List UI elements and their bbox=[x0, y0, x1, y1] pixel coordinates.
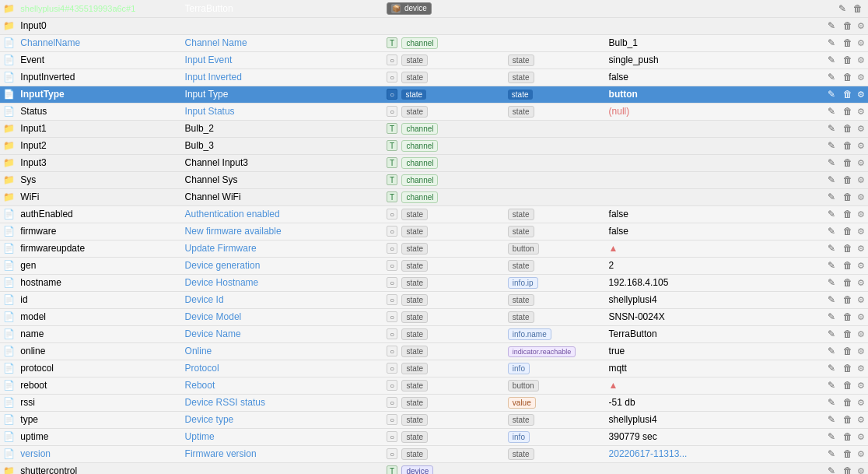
edit-button[interactable]: ✎ bbox=[825, 37, 838, 49]
delete-button[interactable]: 🗑 bbox=[841, 379, 855, 391]
table-row: 📄 uptime Uptime ○ state info 390779 sec … bbox=[0, 428, 868, 445]
gear-icon: ⚙ bbox=[857, 90, 865, 99]
edit-button[interactable]: ✎ bbox=[825, 19, 838, 32]
edit-button[interactable]: ✎ bbox=[825, 448, 838, 460]
delete-button[interactable]: 🗑 bbox=[841, 174, 855, 186]
edit-button[interactable]: ✎ bbox=[825, 345, 838, 357]
row-label: Device Model bbox=[185, 311, 242, 322]
type-badge: device bbox=[401, 465, 433, 475]
edit-button[interactable]: ✎ bbox=[825, 430, 838, 443]
edit-button[interactable]: ✎ bbox=[825, 174, 838, 186]
delete-button[interactable]: 🗑 bbox=[841, 88, 855, 100]
role-badge: state bbox=[508, 260, 534, 272]
edit-button[interactable]: ✎ bbox=[825, 396, 838, 409]
row-name-cell: 📄 InputType bbox=[0, 86, 182, 103]
edit-button[interactable]: ✎ bbox=[825, 379, 838, 391]
row-value: ▲ bbox=[609, 243, 618, 254]
delete-button[interactable]: 🗑 bbox=[841, 156, 855, 169]
row-label-cell: Authentication enabled bbox=[182, 205, 384, 223]
delete-button[interactable]: 🗑 bbox=[841, 71, 855, 83]
row-actions-cell: ✎ 🗑 ⚙ bbox=[807, 86, 868, 103]
table-row: 📁 Input1 Bulb_2 T channel ✎ 🗑 ⚙ bbox=[0, 120, 868, 137]
row-label: Device Id bbox=[185, 294, 224, 305]
row-type-cell: ○ state bbox=[383, 223, 505, 240]
row-actions-cell: ✎ 🗑 ⚙ bbox=[807, 360, 868, 377]
type-badge: channel bbox=[401, 37, 438, 49]
edit-button[interactable]: ✎ bbox=[825, 242, 838, 255]
folder-icon: 📁 bbox=[3, 174, 15, 185]
edit-button[interactable]: ✎ bbox=[825, 54, 838, 66]
table-row: 📄 name Device Name ○ state info.name Ter… bbox=[0, 325, 868, 342]
delete-button[interactable]: 🗑 bbox=[841, 139, 855, 152]
row-name: Sys bbox=[20, 174, 36, 185]
delete-button[interactable]: 🗑 bbox=[841, 37, 855, 49]
row-name-cell: 📄 hostname bbox=[0, 274, 182, 291]
header-delete-button[interactable]: 🗑 bbox=[851, 2, 865, 15]
row-actions-cell: ✎ 🗑 ⚙ bbox=[807, 68, 868, 86]
file-icon: 📄 bbox=[3, 448, 15, 459]
delete-button[interactable]: 🗑 bbox=[841, 122, 855, 135]
delete-button[interactable]: 🗑 bbox=[841, 430, 855, 443]
edit-button[interactable]: ✎ bbox=[825, 328, 838, 340]
delete-button[interactable]: 🗑 bbox=[841, 276, 855, 289]
edit-button[interactable]: ✎ bbox=[825, 465, 838, 474]
header-value-cell bbox=[606, 0, 808, 17]
row-name: Input3 bbox=[20, 157, 46, 168]
edit-button[interactable]: ✎ bbox=[825, 105, 838, 118]
delete-button[interactable]: 🗑 bbox=[841, 311, 855, 323]
file-icon: 📄 bbox=[3, 311, 15, 322]
edit-button[interactable]: ✎ bbox=[825, 122, 838, 135]
delete-button[interactable]: 🗑 bbox=[841, 448, 855, 460]
delete-button[interactable]: 🗑 bbox=[841, 208, 855, 220]
data-table: 📁 shellyplusi4#435519993a6c#1 TerraButto… bbox=[0, 0, 868, 474]
delete-button[interactable]: 🗑 bbox=[841, 345, 855, 357]
row-role-cell: indicator.reachable bbox=[505, 342, 606, 360]
delete-button[interactable]: 🗑 bbox=[841, 465, 855, 474]
edit-button[interactable]: ✎ bbox=[825, 139, 838, 152]
delete-button[interactable]: 🗑 bbox=[841, 259, 855, 272]
row-label-cell: Reboot bbox=[182, 377, 384, 394]
row-type-cell: ○ state bbox=[383, 51, 505, 68]
row-name: ChannelName bbox=[20, 37, 80, 48]
delete-button[interactable]: 🗑 bbox=[841, 191, 855, 203]
edit-button[interactable]: ✎ bbox=[825, 156, 838, 169]
type-icon: ○ bbox=[387, 277, 397, 288]
edit-button[interactable]: ✎ bbox=[825, 88, 838, 100]
file-icon: 📄 bbox=[3, 431, 15, 442]
edit-button[interactable]: ✎ bbox=[825, 276, 838, 289]
table-row: 📄 rssi Device RSSI status ○ state value … bbox=[0, 394, 868, 411]
gear-icon: ⚙ bbox=[857, 38, 865, 47]
role-badge: state bbox=[508, 226, 534, 237]
edit-button[interactable]: ✎ bbox=[825, 71, 838, 83]
delete-button[interactable]: 🗑 bbox=[841, 225, 855, 237]
edit-button[interactable]: ✎ bbox=[825, 259, 838, 272]
row-actions-cell: ✎ 🗑 ⚙ bbox=[807, 137, 868, 154]
delete-button[interactable]: 🗑 bbox=[841, 362, 855, 374]
delete-button[interactable]: 🗑 bbox=[841, 396, 855, 409]
delete-button[interactable]: 🗑 bbox=[841, 328, 855, 340]
edit-button[interactable]: ✎ bbox=[825, 225, 838, 237]
gear-icon: ⚙ bbox=[857, 175, 865, 184]
row-role-cell: button bbox=[505, 377, 606, 394]
row-type-cell bbox=[383, 17, 505, 34]
edit-button[interactable]: ✎ bbox=[825, 311, 838, 323]
type-icon: ○ bbox=[387, 209, 397, 219]
row-role-cell: state bbox=[505, 223, 606, 240]
delete-button[interactable]: 🗑 bbox=[841, 54, 855, 66]
gear-icon: ⚙ bbox=[857, 346, 865, 356]
header-edit-button[interactable]: ✎ bbox=[836, 2, 849, 15]
delete-button[interactable]: 🗑 bbox=[841, 242, 855, 255]
delete-button[interactable]: 🗑 bbox=[841, 105, 855, 118]
edit-button[interactable]: ✎ bbox=[825, 208, 838, 220]
edit-button[interactable]: ✎ bbox=[825, 413, 838, 426]
row-type-cell: ○ state bbox=[383, 377, 505, 394]
row-label: Online bbox=[185, 346, 212, 356]
delete-button[interactable]: 🗑 bbox=[841, 19, 855, 32]
edit-button[interactable]: ✎ bbox=[825, 362, 838, 374]
delete-button[interactable]: 🗑 bbox=[841, 413, 855, 426]
edit-button[interactable]: ✎ bbox=[825, 293, 838, 306]
delete-button[interactable]: 🗑 bbox=[841, 293, 855, 306]
edit-button[interactable]: ✎ bbox=[825, 191, 838, 203]
row-type-cell: ○ state bbox=[383, 428, 505, 445]
row-value-cell: TerraButton bbox=[606, 325, 808, 342]
